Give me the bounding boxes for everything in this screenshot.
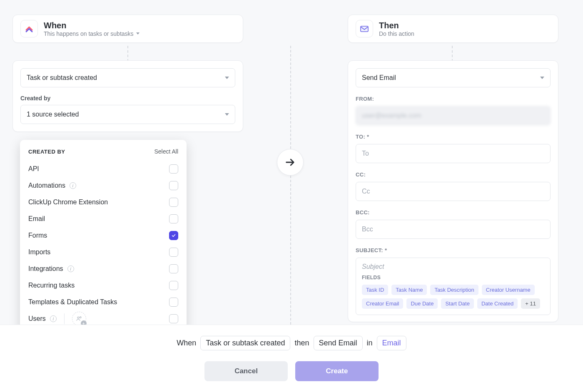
svg-point-0: [77, 317, 79, 318]
dropdown-item-label: ClickUp Chrome Extension: [28, 198, 108, 206]
info-icon: i: [67, 265, 74, 272]
trigger-select[interactable]: Task or subtask created: [20, 68, 235, 87]
from-input: [356, 106, 551, 125]
checkbox[interactable]: [169, 298, 178, 307]
dropdown-item[interactable]: ClickUp Chrome Extension: [28, 194, 178, 211]
checkbox[interactable]: [169, 231, 178, 240]
then-connector: [452, 46, 453, 62]
checkbox[interactable]: [169, 248, 178, 257]
field-chip[interactable]: Task Name: [391, 285, 427, 295]
checkbox[interactable]: [169, 264, 178, 273]
fields-label: FIELDS: [362, 275, 544, 280]
subject-placeholder: Subject: [362, 263, 544, 270]
cc-label: CC:: [356, 171, 551, 178]
svg-point-1: [80, 317, 81, 318]
subject-label: SUBJECT: *: [356, 247, 551, 253]
when-config-card: Task or subtask created Created by 1 sou…: [12, 60, 243, 132]
arrow-icon: [277, 149, 304, 176]
checkbox[interactable]: [169, 198, 178, 207]
dropdown-item[interactable]: Automationsi: [28, 177, 178, 194]
summary-target-token[interactable]: Email: [377, 336, 406, 350]
summary-trigger-token[interactable]: Task or subtask created: [200, 336, 290, 350]
dropdown-item-label: Automations: [28, 182, 65, 189]
dropdown-item-label: Recurring tasks: [28, 282, 75, 289]
team-add-icon[interactable]: +: [72, 312, 86, 326]
when-title: When: [44, 21, 140, 30]
dropdown-item-label: API: [28, 165, 39, 173]
dropdown-item[interactable]: Imports: [28, 244, 178, 261]
field-chip[interactable]: Date Created: [477, 298, 518, 309]
dropdown-item[interactable]: Integrationsi: [28, 261, 178, 277]
dropdown-item[interactable]: API: [28, 161, 178, 177]
checkbox[interactable]: [169, 314, 178, 323]
summary-sentence: When Task or subtask created then Send E…: [177, 336, 406, 350]
then-title: Then: [379, 21, 414, 30]
checkbox[interactable]: [169, 281, 178, 290]
from-label: FROM:: [356, 96, 551, 102]
dropdown-item-label: Forms: [28, 232, 47, 239]
dropdown-item-label: Users: [28, 315, 46, 323]
to-input[interactable]: [356, 144, 551, 163]
field-chip[interactable]: Creator Username: [482, 285, 535, 295]
checkbox[interactable]: [169, 181, 178, 190]
dropdown-item-label: Integrations: [28, 265, 63, 273]
subject-box[interactable]: Subject FIELDS Task IDTask NameTask Desc…: [356, 258, 551, 315]
bcc-label: BCC:: [356, 209, 551, 216]
create-button[interactable]: Create: [295, 361, 379, 381]
middle-connector: [290, 46, 291, 325]
svg-rect-2: [361, 26, 368, 32]
checkbox[interactable]: [169, 164, 178, 174]
cc-input[interactable]: [356, 182, 551, 201]
field-chip[interactable]: Due Date: [406, 298, 438, 309]
then-header-card: Then Do this action: [348, 15, 558, 43]
clickup-icon: [20, 20, 38, 37]
footer: When Task or subtask created then Send E…: [0, 325, 583, 392]
field-chip[interactable]: Task ID: [362, 285, 388, 295]
source-select[interactable]: 1 source selected: [20, 105, 235, 124]
info-icon: i: [50, 315, 57, 322]
created-by-label: Created by: [20, 95, 235, 102]
field-chip[interactable]: Creator Email: [362, 298, 403, 309]
bcc-input[interactable]: [356, 220, 551, 239]
dropdown-item-label: Imports: [28, 248, 50, 256]
field-chip-more[interactable]: + 11: [521, 298, 540, 309]
chevron-down-icon: [540, 77, 544, 79]
dropdown-item[interactable]: Forms: [28, 227, 178, 244]
chevron-down-icon: [225, 77, 229, 79]
when-header-card: When This happens on tasks or subtasks: [12, 15, 243, 43]
then-config-card: Send Email FROM: TO: * CC: BCC: SUBJECT:…: [348, 60, 558, 322]
created-by-dropdown: CREATED BY Select All APIAutomationsiCli…: [20, 140, 187, 333]
checkbox[interactable]: [169, 214, 178, 223]
field-chip[interactable]: Start Date: [441, 298, 474, 309]
chevron-down-icon: [225, 113, 229, 116]
to-label: TO: *: [356, 134, 551, 140]
action-select[interactable]: Send Email: [356, 68, 551, 87]
dropdown-item-label: Email: [28, 215, 45, 223]
dropdown-item[interactable]: Templates & Duplicated Tasks: [28, 294, 178, 310]
info-icon: i: [70, 182, 76, 189]
dropdown-item[interactable]: Recurring tasks: [28, 277, 178, 294]
select-all-button[interactable]: Select All: [154, 148, 178, 155]
chevron-down-icon: [136, 32, 140, 35]
when-connector: [127, 46, 128, 62]
email-icon: [356, 20, 373, 37]
dropdown-title: CREATED BY: [28, 149, 65, 155]
field-chip[interactable]: Task Description: [430, 285, 478, 295]
dropdown-item-label: Templates & Duplicated Tasks: [28, 298, 117, 306]
when-subtitle-dropdown[interactable]: This happens on tasks or subtasks: [44, 30, 140, 37]
then-subtitle: Do this action: [379, 30, 414, 37]
dropdown-item[interactable]: Email: [28, 211, 178, 227]
cancel-button[interactable]: Cancel: [204, 361, 288, 381]
summary-action-token[interactable]: Send Email: [314, 336, 363, 350]
